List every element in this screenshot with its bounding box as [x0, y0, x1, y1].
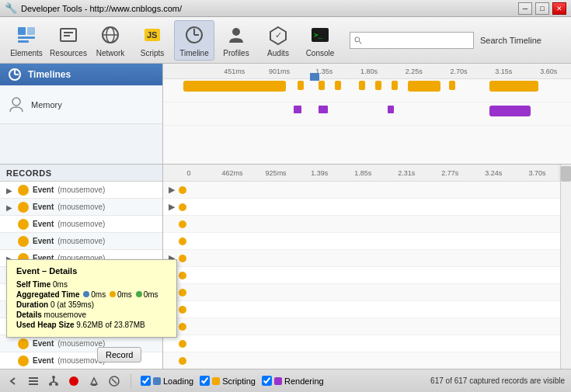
- timeline-right: 451ms 901ms 1.35s 1.80s 2.25s 2.70s 3.15…: [163, 64, 571, 164]
- svg-point-15: [232, 28, 240, 36]
- rec-row-7: ▶: [163, 301, 571, 318]
- search-icon: [354, 35, 362, 46]
- bottom-sep: [131, 374, 131, 388]
- minimize-button[interactable]: ─: [518, 2, 532, 15]
- memory-row: Memory: [0, 85, 162, 124]
- timeline-label: Timeline: [179, 49, 208, 57]
- agg-val-0: 0ms: [91, 290, 106, 299]
- rec-tick-7: 3.24s: [472, 169, 515, 177]
- toolbar-profiles[interactable]: Profiles: [216, 20, 256, 61]
- list-icon[interactable]: [26, 374, 40, 388]
- tick-3: 1.35s: [301, 68, 346, 75]
- loading-checkbox[interactable]: [141, 376, 151, 386]
- rec-tick-0: 0: [167, 169, 211, 177]
- rec-row-arrow-0[interactable]: ▶: [167, 186, 176, 195]
- timelines-header: Timelines: [0, 64, 162, 85]
- rec-row-dot-7: [179, 306, 186, 314]
- profiles-label: Profiles: [223, 49, 249, 57]
- svg-rect-30: [29, 380, 38, 382]
- svg-point-19: [355, 37, 360, 42]
- records-panel: RECORDS ▶ Event (mousemove) ▶ Event (mou…: [0, 165, 571, 369]
- record-icon-9: [18, 338, 29, 349]
- network-icon: [98, 23, 123, 47]
- rec-row-dot-0: [179, 186, 186, 194]
- toolbar-resources[interactable]: Resources: [48, 20, 89, 61]
- tl-bar-orange-2: [408, 81, 440, 92]
- tick-7: 3.15s: [481, 68, 526, 75]
- svg-point-35: [55, 383, 58, 386]
- search-input[interactable]: [362, 36, 469, 45]
- expand-arrow-1[interactable]: ▶: [6, 203, 14, 211]
- toolbar-elements[interactable]: Elements: [6, 20, 47, 61]
- maximize-button[interactable]: □: [535, 2, 549, 15]
- rec-tick-8: 3.70s: [515, 169, 559, 177]
- console-label: Console: [306, 49, 335, 57]
- tree-icon[interactable]: [47, 374, 61, 388]
- rec-row-arrow-1[interactable]: ▶: [167, 203, 176, 212]
- rendering-checkbox[interactable]: [262, 376, 272, 386]
- resources-label: Resources: [50, 49, 87, 57]
- agg-val-2: 0ms: [144, 290, 158, 299]
- rec-row-dot-4: [179, 255, 186, 262]
- audits-label: Audits: [267, 49, 289, 57]
- tooltip-title: Event – Details: [16, 266, 167, 276]
- record-button[interactable]: Record: [97, 347, 141, 363]
- tooltip-self-value: 0ms: [53, 280, 68, 289]
- rec-row-4: ▶: [163, 250, 571, 267]
- record-item-3[interactable]: ▶ Event (mousemove): [0, 233, 162, 250]
- record-icon-0: [18, 185, 29, 196]
- timeline-content: [163, 79, 571, 164]
- title-left: 🔧 Developer Tools - http://www.cnblogs.c…: [5, 2, 182, 14]
- rendering-checkbox-group: Rendering: [262, 376, 324, 386]
- profiles-icon: [224, 23, 249, 47]
- vertical-scrollbar[interactable]: [560, 165, 571, 369]
- tl-dot-1: [298, 81, 304, 90]
- tl-dot-6: [392, 81, 398, 90]
- memory-icon: [8, 96, 25, 113]
- toolbar-console[interactable]: >_ Console: [300, 20, 340, 61]
- timeline-row-1: [163, 79, 571, 102]
- back-icon[interactable]: [6, 374, 20, 388]
- tick-8: 3.60s: [526, 68, 571, 75]
- tick-6: 2.70s: [437, 68, 482, 75]
- time-ruler-ticks: 451ms 901ms 1.35s 1.80s 2.25s 2.70s 3.15…: [167, 64, 571, 78]
- memory-label: Memory: [31, 100, 62, 109]
- tick-5: 2.25s: [392, 68, 437, 75]
- svg-rect-29: [29, 377, 38, 379]
- search-box[interactable]: [350, 32, 474, 49]
- stop-icon[interactable]: [107, 374, 121, 388]
- tick-2: 901ms: [257, 68, 302, 75]
- svg-point-32: [52, 376, 55, 379]
- toolbar-timeline[interactable]: Timeline: [174, 20, 214, 61]
- record-item-0[interactable]: ▶ Event (mousemove): [0, 182, 162, 199]
- svg-rect-1: [27, 27, 35, 35]
- svg-line-36: [50, 382, 54, 383]
- scripting-checkbox[interactable]: [200, 376, 210, 386]
- toolbar-scripts[interactable]: JS Scripts: [132, 20, 172, 61]
- loading-color: [153, 377, 161, 385]
- clear-icon[interactable]: [87, 374, 101, 388]
- scrollbar-thumb[interactable]: [561, 166, 571, 182]
- tl-purple-2: [319, 106, 328, 113]
- svg-text:>_: >_: [314, 31, 322, 39]
- audits-icon: ✓: [266, 23, 291, 47]
- record-icon-10: [18, 356, 29, 366]
- svg-rect-31: [29, 383, 38, 385]
- tl-bar-purple-1: [489, 106, 531, 116]
- record-item-1[interactable]: ▶ Event (mousemove): [0, 199, 162, 216]
- search-label: Search Timeline: [480, 36, 541, 45]
- svg-rect-5: [64, 32, 73, 33]
- record-item-2[interactable]: ▶ Event (mousemove): [0, 216, 162, 233]
- close-button[interactable]: ✕: [552, 2, 566, 15]
- title-buttons[interactable]: ─ □ ✕: [518, 2, 566, 15]
- record-circle-icon[interactable]: [67, 374, 81, 388]
- toolbar-network[interactable]: Network: [90, 20, 131, 61]
- scripting-checkbox-group: Scripting: [200, 376, 256, 386]
- time-ruler: 451ms 901ms 1.35s 1.80s 2.25s 2.70s 3.15…: [163, 64, 571, 79]
- rec-tick-1: 462ms: [211, 169, 254, 177]
- tl-purple-3: [388, 106, 394, 113]
- toolbar-audits[interactable]: ✓ Audits: [258, 20, 298, 61]
- tooltip-details: Details mousemove: [16, 310, 167, 319]
- rendering-label: Rendering: [284, 376, 324, 386]
- expand-arrow-0[interactable]: ▶: [6, 186, 14, 194]
